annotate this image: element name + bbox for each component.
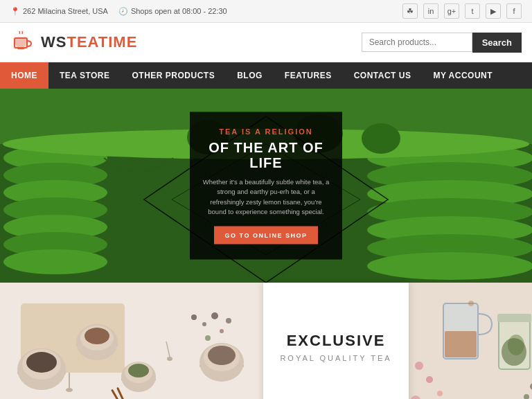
- search-input[interactable]: [362, 33, 472, 52]
- tea-herbs-image: [0, 283, 263, 399]
- nav-item-other-products[interactable]: OTHER PRODUCTS: [121, 62, 227, 89]
- hero-textbox: TEA IS A RELIGION OF THE ART OF LIFE Whe…: [190, 112, 342, 260]
- svg-point-66: [437, 391, 443, 396]
- bottom-left-image: [0, 283, 263, 399]
- svg-rect-59: [445, 331, 477, 357]
- top-bar-info-group: 📍 262 Milacina Street, USA 🕗 Shops open …: [10, 7, 227, 16]
- site-header: WSTEATIME Search: [0, 23, 532, 62]
- top-bar: 📍 262 Milacina Street, USA 🕗 Shops open …: [0, 0, 532, 23]
- svg-point-22: [362, 123, 400, 154]
- hero-description: Whether it's a beautifully subtle white …: [202, 177, 330, 217]
- svg-point-35: [85, 328, 109, 344]
- hours-text: Shops open at 08:00 - 22:30: [131, 7, 227, 15]
- hero-title: OF THE ART OF LIFE: [202, 140, 330, 170]
- main-nav: HOME TEA STORE OTHER PRODUCTS BLOG FEATU…: [0, 62, 532, 89]
- facebook-icon[interactable]: f: [506, 3, 522, 19]
- location-icon: 📍: [10, 7, 20, 16]
- site-logo[interactable]: WSTEATIME: [10, 30, 137, 55]
- search-bar: Search: [362, 33, 522, 53]
- hero-section: TEA IS A RELIGION OF THE ART OF LIFE Whe…: [0, 89, 532, 283]
- hero-subtitle: TEA IS A RELIGION: [202, 127, 330, 136]
- instagram-icon[interactable]: ☘: [402, 3, 418, 19]
- svg-point-45: [202, 322, 206, 326]
- address-info: 📍 262 Milacina Street, USA: [10, 7, 108, 16]
- nav-item-home[interactable]: HOME: [0, 62, 48, 89]
- svg-rect-62: [497, 314, 531, 322]
- nav-item-contact[interactable]: CONTACT US: [343, 62, 423, 89]
- address-text: 262 Milacina Street, USA: [23, 7, 108, 15]
- svg-point-18: [367, 252, 532, 280]
- svg-point-46: [211, 312, 218, 319]
- svg-point-71: [468, 301, 474, 306]
- search-button[interactable]: Search: [472, 33, 522, 53]
- svg-point-42: [167, 357, 172, 361]
- bottom-right-image: [409, 283, 532, 399]
- svg-point-55: [208, 346, 236, 365]
- nav-item-features[interactable]: FEATURES: [274, 62, 343, 89]
- exclusive-subtitle: ROYAL QUALITY TEA: [280, 354, 391, 362]
- svg-point-11: [3, 249, 107, 274]
- svg-point-49: [226, 318, 231, 323]
- logo-icon: [10, 30, 35, 55]
- tea-glass-image: [409, 283, 532, 399]
- hero-cta-button[interactable]: GO TO ONLINE SHOP: [214, 227, 319, 245]
- nav-item-blog[interactable]: BLOG: [226, 62, 274, 89]
- linkedin-icon[interactable]: in: [423, 3, 438, 19]
- clock-icon: 🕗: [118, 7, 128, 16]
- social-links: ☘ in g+ t ▶ f: [402, 3, 522, 19]
- nav-item-tea-store[interactable]: TEA STORE: [48, 62, 121, 89]
- logo-text: WSTEATIME: [41, 33, 137, 51]
- svg-point-39: [128, 364, 149, 378]
- google-plus-icon[interactable]: g+: [444, 3, 459, 19]
- exclusive-title: EXCLUSIVE: [287, 332, 386, 350]
- bottom-center-content: EXCLUSIVE ROYAL QUALITY TEA: [263, 283, 409, 399]
- twitter-icon[interactable]: t: [465, 3, 480, 19]
- svg-point-48: [205, 335, 211, 341]
- bottom-section: EXCLUSIVE ROYAL QUALITY TEA: [0, 283, 532, 399]
- svg-rect-2: [17, 48, 24, 49]
- nav-item-account[interactable]: MY ACCOUNT: [422, 62, 504, 89]
- svg-point-31: [26, 352, 57, 373]
- svg-point-47: [220, 329, 224, 333]
- svg-point-64: [508, 335, 524, 355]
- svg-point-44: [191, 314, 197, 320]
- svg-point-40: [66, 388, 73, 392]
- svg-point-67: [415, 362, 423, 370]
- youtube-icon[interactable]: ▶: [486, 3, 501, 19]
- hours-info: 🕗 Shops open at 08:00 - 22:30: [118, 7, 227, 16]
- svg-point-65: [426, 376, 433, 383]
